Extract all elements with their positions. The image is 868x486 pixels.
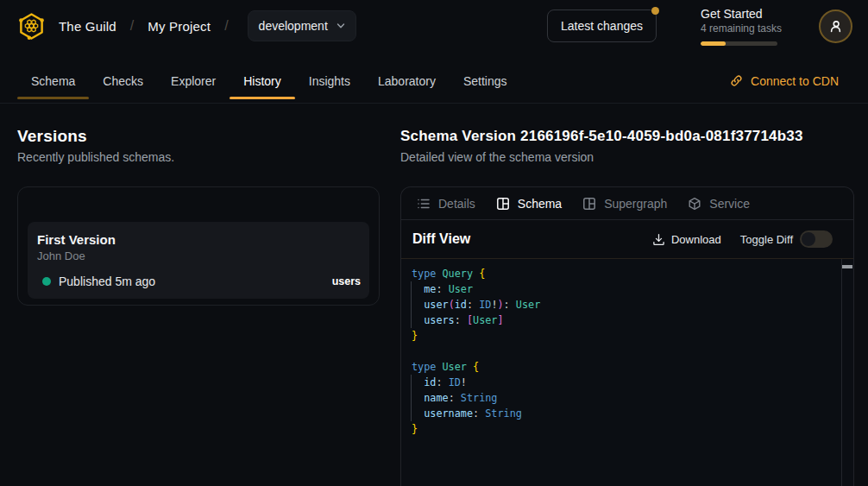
- target-select[interactable]: development: [248, 10, 356, 41]
- link-icon: [730, 74, 743, 87]
- tab-label: Service: [709, 197, 750, 211]
- breadcrumb-separator: /: [130, 18, 134, 34]
- latest-changes-button[interactable]: Latest changes: [547, 9, 657, 42]
- header-right: Latest changes Get Started 4 remaining t…: [547, 7, 852, 46]
- diff-view-title: Diff View: [412, 231, 470, 247]
- tab-label: Laboratory: [378, 74, 436, 88]
- get-started-progress-fill: [701, 41, 726, 46]
- hive-logo-icon[interactable]: [17, 12, 46, 41]
- code-line: name: String: [412, 390, 853, 406]
- code-scrollbar[interactable]: [841, 259, 853, 486]
- toggle-diff-label: Toggle Diff: [740, 233, 793, 246]
- diff-view-header: Diff View Download Toggle Diff: [401, 220, 853, 259]
- tab-settings[interactable]: Settings: [450, 52, 521, 103]
- published-dot: [42, 277, 51, 286]
- breadcrumb-separator: /: [224, 18, 228, 34]
- toggle-knob: [802, 232, 815, 246]
- code-line: type User {: [412, 359, 853, 375]
- tab-supergraph[interactable]: Supergraph: [582, 197, 667, 211]
- download-label: Download: [671, 233, 721, 246]
- get-started-progress: [701, 41, 777, 46]
- get-started-title: Get Started: [701, 7, 777, 22]
- schema-version-panel: Details Schema Supergraph: [400, 186, 854, 486]
- get-started[interactable]: Get Started 4 remaining tasks: [701, 7, 777, 46]
- tab-label: Supergraph: [604, 197, 667, 211]
- tab-label: Explorer: [171, 74, 216, 88]
- code-line: [412, 344, 853, 359]
- tab-label: Schema: [31, 74, 75, 88]
- version-service-badge: users: [332, 275, 361, 287]
- tab-service[interactable]: Service: [688, 197, 750, 211]
- tab-schema[interactable]: Schema: [17, 52, 89, 103]
- tab-label: History: [243, 74, 281, 88]
- code-lines: type Query { me: User user(id: ID!): Use…: [401, 259, 853, 437]
- tab-details[interactable]: Details: [417, 197, 475, 211]
- list-icon: [417, 197, 431, 211]
- tab-underline-active: [230, 97, 295, 99]
- indent-guide: [411, 281, 412, 328]
- breadcrumb-project[interactable]: My Project: [148, 19, 211, 34]
- get-started-subtitle: 4 remaining tasks: [701, 22, 777, 35]
- breadcrumb-org[interactable]: The Guild: [59, 19, 116, 34]
- versions-card: First Version John Doe Published 5m ago …: [17, 186, 380, 306]
- code-line: }: [412, 421, 853, 437]
- code-line: me: User: [412, 281, 853, 297]
- connect-to-cdn-label: Connect to CDN: [751, 74, 839, 88]
- version-name: First Version: [37, 231, 361, 248]
- indent-guide: [411, 375, 412, 421]
- download-button[interactable]: Download: [652, 233, 721, 246]
- version-author: John Doe: [37, 249, 361, 263]
- tab-history[interactable]: History: [230, 52, 295, 103]
- schema-version-title: Schema Version 2166196f-5e10-4059-bd0a-0…: [400, 126, 854, 146]
- version-status: Published 5m ago: [59, 275, 155, 288]
- toggle-diff: Toggle Diff: [740, 230, 833, 248]
- latest-changes-label: Latest changes: [561, 19, 643, 33]
- tab-label: Schema: [518, 197, 562, 211]
- code-line: username: String: [412, 406, 853, 421]
- toggle-diff-switch[interactable]: [800, 230, 833, 248]
- version-status-row: Published 5m ago users: [37, 275, 361, 288]
- columns-icon: [496, 197, 510, 211]
- download-icon: [652, 233, 665, 246]
- code-line: }: [412, 328, 853, 344]
- versions-column: Versions Recently published schemas. Fir…: [17, 126, 380, 486]
- box-icon: [688, 197, 701, 211]
- target-select-value: development: [259, 19, 328, 33]
- tab-insights[interactable]: Insights: [295, 52, 364, 103]
- schema-version-subtitle: Detailed view of the schema version: [400, 150, 854, 165]
- schema-version-tabs: Details Schema Supergraph: [401, 187, 853, 220]
- target-nav: Schema Checks Explorer History Insights …: [0, 52, 868, 104]
- main: Versions Recently published schemas. Fir…: [0, 104, 868, 486]
- tab-label: Checks: [103, 74, 143, 88]
- version-list-item[interactable]: First Version John Doe Published 5m ago …: [28, 222, 369, 299]
- tab-underline: [17, 97, 89, 99]
- schema-code-block: type Query { me: User user(id: ID!): Use…: [401, 259, 853, 486]
- columns-icon: [582, 197, 596, 211]
- code-line: type Query {: [412, 266, 853, 281]
- code-line: user(id: ID!): User: [412, 297, 853, 312]
- notification-dot: [651, 7, 659, 15]
- tab-explorer[interactable]: Explorer: [157, 52, 230, 103]
- tab-label: Settings: [463, 74, 507, 88]
- breadcrumb: The Guild / My Project /: [59, 18, 242, 34]
- avatar[interactable]: [819, 9, 852, 43]
- header: The Guild / My Project / development Lat…: [0, 0, 868, 52]
- schema-version-column: Schema Version 2166196f-5e10-4059-bd0a-0…: [400, 126, 854, 486]
- code-line: users: [User]: [412, 312, 853, 328]
- tab-label: Details: [438, 197, 475, 211]
- versions-subtitle: Recently published schemas.: [17, 150, 380, 165]
- code-line: id: ID!: [412, 375, 853, 390]
- chevron-down-icon: [337, 22, 345, 30]
- tab-schema-view[interactable]: Schema: [496, 197, 562, 211]
- connect-to-cdn-link[interactable]: Connect to CDN: [730, 52, 839, 103]
- versions-title: Versions: [17, 126, 380, 146]
- user-icon: [828, 19, 843, 34]
- tab-laboratory[interactable]: Laboratory: [364, 52, 450, 103]
- tab-checks[interactable]: Checks: [89, 52, 157, 103]
- scrollbar-thumb[interactable]: [842, 265, 852, 268]
- tab-label: Insights: [309, 74, 350, 88]
